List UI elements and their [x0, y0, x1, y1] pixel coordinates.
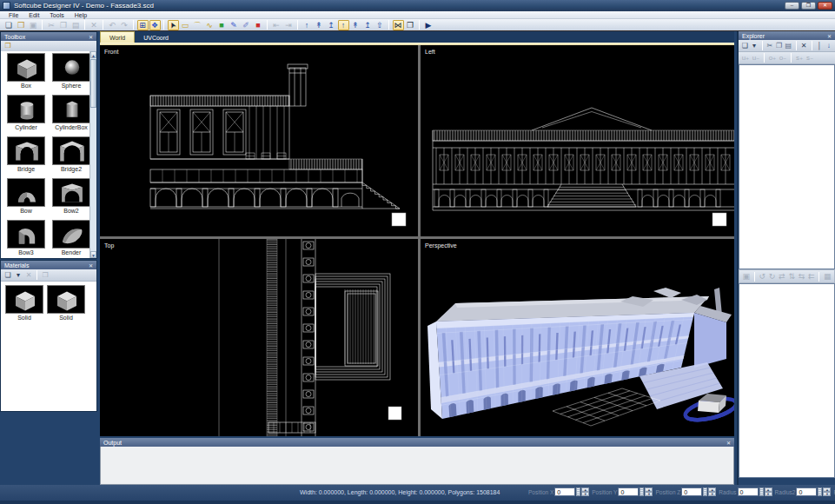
open-folder-icon[interactable]: ❒: [16, 20, 27, 30]
field-slider[interactable]: [576, 487, 580, 496]
field-spinner[interactable]: ▲▼: [581, 487, 589, 496]
toolbox-item-bow2[interactable]: Bow2: [50, 178, 92, 220]
bridge2-thumbnail[interactable]: [52, 136, 90, 165]
solidcube-thumbnail[interactable]: [5, 285, 43, 314]
field-slider[interactable]: [703, 487, 707, 496]
field-spinner[interactable]: ▲▼: [708, 487, 716, 496]
viewport-perspective[interactable]: Perspective: [421, 239, 734, 436]
toolbox-item-bridge2[interactable]: Bridge2: [50, 136, 92, 178]
cube-tool-icon[interactable]: ■: [253, 20, 264, 30]
bow-thumbnail[interactable]: [7, 178, 45, 207]
move-up2-icon[interactable]: ↟: [314, 20, 325, 30]
toolbox-item-cylinderbox[interactable]: CylinderBox: [50, 95, 92, 136]
bender-thumbnail[interactable]: [52, 220, 90, 249]
spin-down-icon[interactable]: ▼: [765, 492, 772, 496]
toolbox-item-bow3[interactable]: Bow3: [5, 220, 47, 262]
toolbox-close-icon[interactable]: ✕: [89, 34, 93, 40]
move-top-icon[interactable]: ↥: [326, 20, 337, 30]
field-input[interactable]: 0: [738, 487, 759, 496]
field-input[interactable]: 0: [618, 487, 639, 496]
tab-uvcoord[interactable]: UVCoord: [135, 31, 177, 43]
curve2-tool-icon[interactable]: ∿: [204, 20, 215, 30]
spin-down-icon[interactable]: ▼: [581, 492, 589, 496]
cylinder-thumbnail[interactable]: [7, 95, 45, 123]
output-log[interactable]: [100, 447, 734, 485]
material-item[interactable]: Solid: [5, 285, 43, 321]
scroll-up-icon[interactable]: ▲: [90, 51, 96, 58]
new-file-icon[interactable]: ❏: [3, 20, 15, 30]
field-input[interactable]: 0: [681, 487, 702, 496]
cylinderbox-thumbnail[interactable]: [52, 95, 90, 123]
move-up-icon[interactable]: ↑: [302, 20, 313, 30]
solid-box-tool-icon[interactable]: ■: [216, 20, 228, 30]
viewport-front[interactable]: Front: [100, 45, 418, 236]
explorer-list[interactable]: [739, 283, 835, 478]
dropdown-icon[interactable]: ▾: [14, 271, 23, 280]
restore-button[interactable]: ❐: [801, 2, 816, 10]
viewport-left[interactable]: Left: [421, 45, 734, 236]
spin-down-icon[interactable]: ▼: [823, 492, 831, 496]
close-button[interactable]: ✕: [818, 2, 832, 10]
tab-world[interactable]: World: [100, 31, 135, 43]
solidcube-thumbnail[interactable]: [47, 285, 85, 314]
delete-node-icon[interactable]: ✕: [799, 42, 808, 50]
menu-tools[interactable]: Tools: [44, 12, 69, 18]
paste-icon[interactable]: ▤: [785, 42, 793, 50]
new-material-icon[interactable]: ❏: [3, 271, 13, 280]
window-icon[interactable]: ❐: [405, 20, 416, 30]
view-3d-icon[interactable]: ❖: [149, 20, 161, 30]
insert-bar-icon[interactable]: │: [815, 42, 824, 50]
toolbox-open-folder-icon[interactable]: ❒: [3, 42, 13, 50]
curve-tool-icon[interactable]: ⌒: [192, 20, 203, 30]
move-up3-icon[interactable]: ↟: [350, 20, 361, 30]
cut-icon[interactable]: ✂: [765, 42, 774, 50]
toolbox-item-bender[interactable]: Bender: [50, 220, 92, 262]
move-up4-icon[interactable]: ↥: [362, 20, 374, 30]
toolbox-item-box[interactable]: Box: [5, 53, 47, 95]
explorer-tree[interactable]: [739, 64, 835, 269]
toolbox-item-bridge[interactable]: Bridge: [5, 136, 47, 178]
box-thumbnail[interactable]: [7, 53, 45, 82]
spin-down-icon[interactable]: ▼: [645, 492, 653, 496]
toolbox-item-cylinder[interactable]: Cylinder: [5, 95, 47, 136]
spin-down-icon[interactable]: ▼: [708, 492, 716, 496]
bridge-thumbnail[interactable]: [7, 136, 45, 165]
box-tool-icon[interactable]: ▭: [180, 20, 191, 30]
move-down-icon[interactable]: ↓: [825, 42, 833, 50]
move-shift-icon[interactable]: ⇧: [374, 20, 386, 30]
mirror-icon[interactable]: ⋈: [393, 20, 404, 30]
field-spinner[interactable]: ▲▼: [765, 487, 772, 496]
pencil-tool-icon[interactable]: ✎: [229, 20, 240, 30]
material-item[interactable]: Solid: [47, 285, 85, 321]
menu-file[interactable]: File: [3, 12, 23, 18]
output-close-icon[interactable]: ✕: [726, 440, 731, 446]
new-node-icon[interactable]: ❏: [741, 42, 750, 50]
minimize-button[interactable]: –: [785, 2, 799, 10]
bow2-thumbnail[interactable]: [52, 178, 90, 207]
toolbox-scrollbar[interactable]: ▲ ▼: [89, 51, 96, 258]
field-input[interactable]: 0: [554, 487, 575, 496]
brush-tool-icon[interactable]: ✐: [241, 20, 252, 30]
field-spinner[interactable]: ▲▼: [823, 487, 831, 496]
field-slider[interactable]: [759, 487, 764, 496]
materials-close-icon[interactable]: ✕: [89, 262, 93, 269]
field-slider[interactable]: [818, 487, 822, 496]
field-slider[interactable]: [640, 487, 644, 496]
dropdown-icon[interactable]: ▾: [750, 42, 759, 50]
toolbox-item-sphere[interactable]: Sphere: [50, 53, 92, 95]
scroll-down-icon[interactable]: ▼: [90, 251, 96, 258]
grid-view-icon[interactable]: ⊞: [137, 20, 149, 30]
move-sel-icon[interactable]: ↑: [338, 20, 349, 30]
play-icon[interactable]: ▶: [423, 20, 434, 30]
menu-help[interactable]: Help: [70, 12, 92, 18]
select-cursor-icon[interactable]: ➤: [168, 20, 179, 30]
field-spinner[interactable]: ▲▼: [645, 487, 653, 496]
field-input[interactable]: 0: [796, 487, 817, 496]
explorer-close-icon[interactable]: ✕: [827, 33, 832, 39]
viewport-top[interactable]: Top: [100, 239, 418, 436]
bow3-thumbnail[interactable]: [7, 220, 45, 249]
scroll-thumb[interactable]: [90, 59, 96, 108]
menu-edit[interactable]: Edit: [23, 12, 44, 18]
sphere-thumbnail[interactable]: [52, 53, 90, 82]
toolbox-item-bow[interactable]: Bow: [5, 178, 47, 220]
